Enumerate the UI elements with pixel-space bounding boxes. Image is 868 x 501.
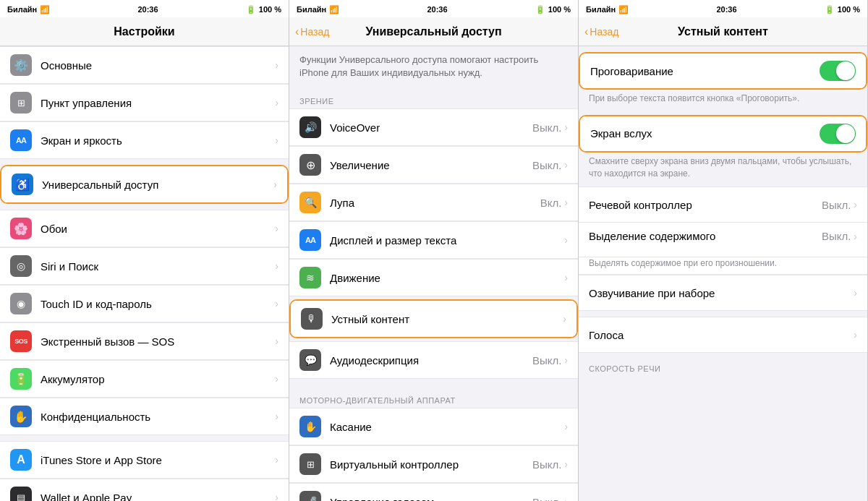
privacy-icon: ✋ [10,406,32,427]
chevron-spoken: › [563,313,566,325]
settings-row-progovarivanie[interactable]: Проговаривание [580,53,866,88]
chevron-typing-feedback: › [854,287,857,299]
settings-row-voiceover[interactable]: 🔊 VoiceOver Выкл. › [289,109,578,146]
settings-row-typing-feedback[interactable]: Озвучивание при наборе › [579,275,867,310]
battery-icon-1: 🔋 [246,5,256,14]
chevron-controlcenter: › [275,97,278,108]
settings-row-controlcenter[interactable]: ⊞ Пункт управления › [0,84,289,121]
wallet-icon: ▤ [10,487,32,501]
section-header-motor: МОТОРНО-ДВИГАТЕЛЬНЫЙ АППАРАТ [289,385,578,408]
voiceover-icon: 🔊 [299,116,321,138]
row-value-speech-controller: Выкл. [822,199,851,211]
row-label-itunes: iTunes Store и App Store [41,454,275,466]
controlcenter-icon: ⊞ [10,92,32,114]
toggle-thumb-screen-aloud [836,124,855,143]
carrier-1: Билайн [7,5,37,14]
settings-row-touchid[interactable]: ◉ Touch ID и код-пароль › [0,285,289,322]
row-value-zoom: Выкл. [532,159,561,171]
touchid-icon: ◉ [10,293,32,314]
row-label-spoken: Устный контент [331,313,563,325]
voicecontrol-icon: 🎤 [299,491,321,501]
chevron-audiodesc: › [564,354,568,366]
gear-icon: ⚙️ [10,54,32,76]
toggle-progovarivanie[interactable] [820,61,856,81]
nav-title-2: Универсальный доступ [365,25,501,38]
settings-row-wallpaper[interactable]: 🌸 Обои › [0,210,289,247]
row-label-display: Экран и яркость [41,134,275,147]
settings-row-privacy[interactable]: ✋ Конфиденциальность › [0,398,289,434]
subtitle-screen-aloud: Смахните сверху экрана вниз двумя пальца… [579,153,867,187]
row-value-audiodesc: Выкл. [532,354,561,367]
battery-icon: 🔋 [10,368,32,390]
itunes-icon: A [10,449,32,471]
settings-row-zoom[interactable]: ⊕ Увеличение Выкл. › [289,146,578,184]
settings-row-voicecontrol[interactable]: 🎤 Управление голосом Выкл. › [289,483,578,501]
toggle-thumb-progovarivanie [836,61,855,80]
settings-row-switchcontrol[interactable]: ⊞ Виртуальный контроллер Выкл. › [289,445,578,483]
status-bar-3: Билайн 📶 20:36 🔋 100 % [579,0,867,17]
settings-row-magnifier[interactable]: 🔍 Лупа Вкл. › [289,184,578,221]
row-label-privacy: Конфиденциальность [41,411,275,423]
battery-icon-2: 🔋 [535,5,545,14]
settings-row-accessibility[interactable]: ♿ Универсальный доступ › [1,166,287,202]
nav-back-label-2: Назад [300,26,329,38]
row-label-voices: Голоса [589,329,854,341]
settings-row-motion[interactable]: ≋ Движение › [289,259,578,296]
row-label-voiceover: VoiceOver [330,121,532,134]
chevron-general: › [275,59,278,71]
chevron-selection-highlight: › [854,231,857,242]
back-chevron-icon-2: ‹ [295,25,299,38]
settings-row-display[interactable]: AA Экран и яркость › [0,121,289,158]
row-label-general: Основные [41,59,275,72]
nav-back-label-3: Назад [590,26,618,38]
zoom-icon: ⊕ [299,154,321,176]
accessibility-panel: Билайн 📶 20:36 🔋 100 % ‹ Назад Универсал… [289,0,579,501]
chevron-switchcontrol: › [564,458,568,470]
status-bar-1: Билайн 📶 20:36 🔋 100 % [0,0,289,17]
chevron-wallpaper: › [275,223,278,234]
settings-row-audiodesc[interactable]: 💬 Аудиодескрипция Выкл. › [289,342,578,378]
nav-back-3[interactable]: ‹ Назад [584,25,618,38]
nav-bar-2: ‹ Назад Универсальный доступ [289,17,578,46]
accessibility-description: Функции Универсального доступа помогают … [289,46,578,85]
status-left-2: Билайн 📶 [297,5,339,14]
settings-row-general[interactable]: ⚙️ Основные › [0,47,289,84]
settings-panel: Билайн 📶 20:36 🔋 100 % Настройки ⚙️ Осно… [0,0,289,501]
chevron-touchid: › [275,298,278,309]
settings-row-wallet[interactable]: ▤ Wallet и Apple Pay › [0,479,289,501]
wifi-icon-2: 📶 [329,5,339,14]
row-label-wallpaper: Обои [41,223,275,235]
row-value-voicecontrol: Выкл. [532,496,561,501]
switchcontrol-icon: ⊞ [299,453,321,475]
settings-row-displaytext[interactable]: AA Дисплей и размер текста › [289,221,578,259]
settings-row-screen-aloud[interactable]: Экран вслух [580,116,866,151]
row-label-wallet: Wallet и Apple Pay [41,492,275,502]
settings-row-siri[interactable]: ◎ Siri и Поиск › [0,247,289,285]
carrier-3: Билайн [586,5,616,14]
settings-row-itunes[interactable]: A iTunes Store и App Store › [0,442,289,479]
settings-row-speech-controller[interactable]: Речевой контроллер Выкл. › [579,187,867,222]
row-label-motion: Движение [330,272,564,284]
spoken-panel: Билайн 📶 20:36 🔋 100 % ‹ Назад Устный ко… [579,0,868,501]
nav-back-2[interactable]: ‹ Назад [295,25,329,38]
settings-row-touch[interactable]: ✋ Касание › [289,408,578,445]
settings-row-battery[interactable]: 🔋 Аккумулятор › [0,360,289,398]
spoken-content: Проговаривание При выборе текста появитс… [579,46,867,501]
accessibility-icon: ♿ [12,174,33,195]
settings-row-voices[interactable]: Голоса › [579,317,867,352]
settings-row-sos[interactable]: SOS Экстренный вызов — SOS › [0,322,289,360]
display-icon: AA [10,129,32,151]
row-label-selection-highlight: Выделение содержимого [589,230,822,242]
settings-row-spoken[interactable]: 🎙 Устный контент › [291,301,576,337]
battery-level-1: 100 % [259,5,281,14]
battery-level-3: 100 % [838,5,860,14]
row-value-voiceover: Выкл. [532,121,561,134]
status-bar-2: Билайн 📶 20:36 🔋 100 % [289,0,578,17]
toggle-screen-aloud[interactable] [820,124,856,144]
status-right-2: 🔋 100 % [535,5,571,14]
section-header-vision: ЗРЕНИЕ [289,85,578,108]
settings-row-selection-highlight[interactable]: Выделение содержимого Выкл. › [579,223,867,257]
row-label-displaytext: Дисплей и размер текста [330,234,564,247]
time-3: 20:36 [716,5,736,14]
chevron-voicecontrol: › [564,496,568,501]
